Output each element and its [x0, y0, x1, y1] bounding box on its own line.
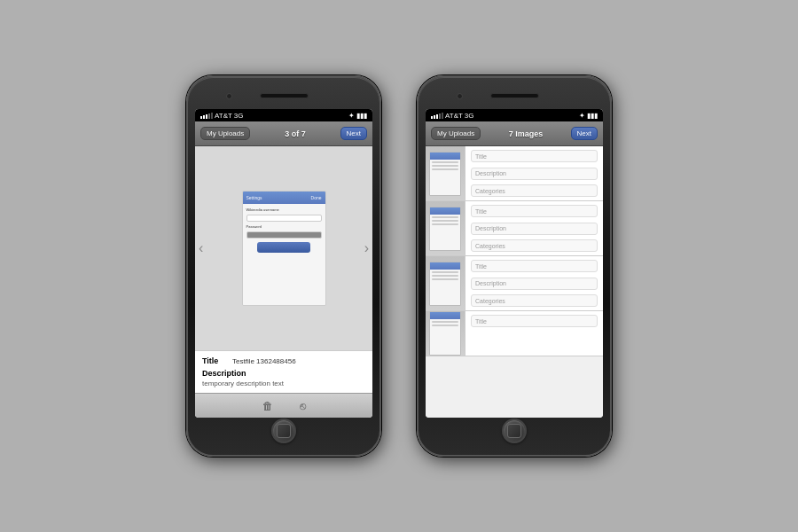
home-button-2[interactable] — [502, 419, 527, 443]
preview-field-1 — [246, 215, 322, 222]
thumb-nav-2 — [430, 207, 460, 215]
list-fields-4: Title — [466, 311, 603, 356]
desc-field-2[interactable]: Description — [471, 223, 598, 235]
battery-2: ▮▮▮ — [587, 112, 598, 120]
preview-nav-title: Settings — [246, 195, 262, 200]
list-thumb-4 — [426, 311, 466, 356]
thumb-line — [432, 216, 458, 218]
phone-bottom-1 — [195, 418, 372, 444]
signal-bars-1 — [200, 113, 213, 119]
desc-field-1[interactable]: Description — [471, 168, 598, 180]
desc-field-3[interactable]: Description — [471, 278, 598, 290]
phone-1: AT&T 3G ✦ ▮▮▮ My Uploads 3 of 7 Next ‹ — [186, 75, 381, 457]
delete-icon[interactable]: 🗑 — [262, 400, 273, 412]
carrier-1: AT&T — [215, 112, 232, 120]
desc-placeholder-3: Description — [475, 280, 506, 286]
phone-2: AT&T 3G ✦ ▮▮▮ My Uploads 7 Images Next — [417, 75, 612, 457]
carousel-next-arrow[interactable]: › — [364, 240, 369, 256]
image-carousel: ‹ Settings Done Wikimedia username Passw… — [195, 146, 372, 350]
preview-nav-bar: Settings Done — [243, 192, 325, 204]
nav-bar-2: My Uploads 7 Images Next — [426, 121, 603, 146]
speaker-2 — [490, 93, 539, 98]
title-placeholder-2: Title — [475, 208, 487, 215]
status-left-1: AT&T 3G — [200, 112, 244, 120]
cat-placeholder-1: Categories — [475, 188, 505, 194]
next-button-2[interactable]: Next — [571, 127, 598, 140]
preview-label-2: Password — [246, 224, 322, 229]
thumb-content-2 — [430, 215, 460, 250]
signal-bars-2 — [431, 113, 443, 119]
phone-bottom-2 — [426, 418, 603, 444]
thumb-line — [432, 165, 458, 167]
nav-title-1: 3 of 7 — [285, 129, 306, 138]
title-field-1[interactable]: Title — [471, 150, 598, 162]
bottom-toolbar-1: 🗑 ⎋ — [195, 393, 372, 418]
thumb-content-4 — [430, 319, 460, 355]
home-button-inner-1 — [277, 424, 291, 438]
bluetooth-1: ✦ — [348, 112, 355, 120]
nav-bar-1: My Uploads 3 of 7 Next — [195, 121, 372, 146]
screenshot-preview: Settings Done Wikimedia username Passwor… — [242, 191, 326, 306]
thumb-line — [432, 325, 458, 326]
next-button-1[interactable]: Next — [340, 127, 367, 140]
cat-field-3[interactable]: Categories — [471, 294, 598, 307]
share-icon[interactable]: ⎋ — [300, 400, 306, 412]
thumb-line — [432, 168, 458, 170]
phones-container: AT&T 3G ✦ ▮▮▮ My Uploads 3 of 7 Next ‹ — [186, 75, 612, 457]
title-field-2[interactable]: Title — [471, 205, 598, 217]
preview-button — [257, 242, 310, 253]
nav-title-2: 7 Images — [509, 129, 544, 138]
list-thumb-3 — [426, 256, 466, 310]
list-item: Title — [426, 311, 603, 356]
status-right-2: ✦ ▮▮▮ — [579, 112, 598, 120]
thumb-line — [432, 278, 458, 280]
phone-top-1 — [195, 86, 372, 106]
my-uploads-button-2[interactable]: My Uploads — [431, 127, 481, 140]
title-field-4[interactable]: Title — [471, 315, 598, 327]
desc-placeholder-1: Description — [475, 170, 506, 176]
status-bar-1: AT&T 3G ✦ ▮▮▮ — [195, 109, 372, 121]
my-uploads-button-1[interactable]: My Uploads — [200, 127, 250, 140]
network-2: 3G — [465, 112, 474, 120]
list-fields-3: Title Description Categories — [466, 256, 603, 310]
file-title-row: Title Testfile 1362488456 — [202, 356, 365, 365]
carousel-prev-arrow[interactable]: ‹ — [199, 240, 203, 256]
status-bar-2: AT&T 3G ✦ ▮▮▮ — [426, 109, 603, 121]
title-field-3[interactable]: Title — [471, 260, 598, 272]
desc-placeholder-2: Description — [475, 225, 506, 231]
thumb-line — [432, 275, 458, 277]
speaker — [260, 93, 309, 98]
home-button-1[interactable] — [271, 419, 296, 443]
thumb-line — [432, 161, 458, 163]
thumb-line — [432, 271, 458, 273]
cat-placeholder-2: Categories — [475, 243, 505, 249]
file-info: Title Testfile 1362488456 Description te… — [195, 350, 372, 393]
cat-field-2[interactable]: Categories — [471, 239, 598, 252]
phone-top-2 — [426, 86, 603, 106]
list-fields-2: Title Description Categories — [466, 201, 603, 255]
thumb-content-3 — [430, 270, 460, 305]
list-fields-1: Title Description Categories — [466, 146, 603, 200]
cat-field-1[interactable]: Categories — [471, 184, 598, 197]
title-value: Testfile 1362488456 — [232, 357, 296, 365]
title-placeholder-3: Title — [475, 263, 487, 270]
desc-value: temporary description text — [202, 379, 365, 387]
carrier-2: AT&T — [445, 112, 463, 120]
thumb-line — [432, 220, 458, 222]
thumb-line — [432, 321, 458, 323]
preview-label-1: Wikimedia username — [246, 207, 322, 212]
home-button-inner-2 — [507, 424, 521, 438]
status-right-1: ✦ ▮▮▮ — [348, 112, 367, 120]
thumb-nav-1 — [430, 153, 460, 160]
network-1: 3G — [234, 112, 244, 120]
images-list: Title Description Categories — [426, 146, 603, 418]
desc-label: Description — [202, 369, 365, 378]
camera-icon-2 — [457, 93, 463, 99]
thumb-nav-4 — [430, 312, 460, 319]
title-placeholder-4: Title — [475, 318, 487, 325]
thumb-line — [432, 223, 458, 225]
thumb-content-1 — [430, 160, 460, 195]
camera-icon — [226, 93, 232, 99]
bluetooth-2: ✦ — [579, 112, 585, 120]
list-item: Title Description Categories — [426, 146, 603, 201]
